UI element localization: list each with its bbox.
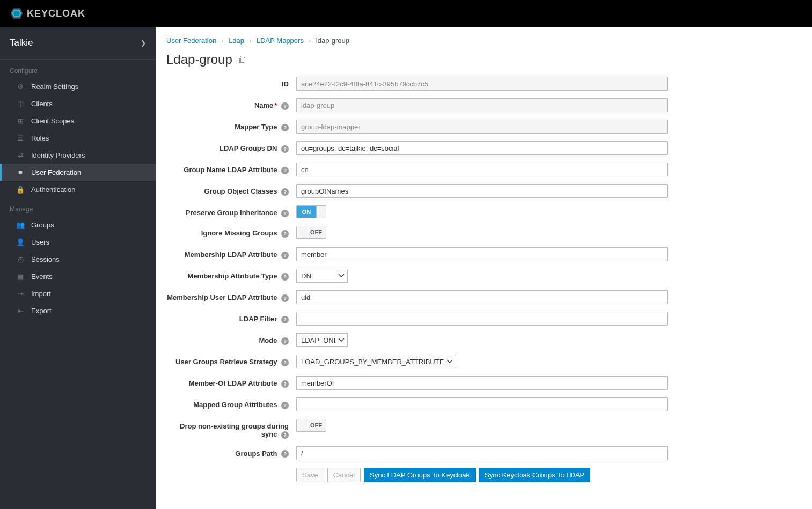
sidebar-item-label: User Federation: [31, 168, 81, 176]
cube-icon: ◫: [16, 99, 25, 108]
chevron-right-icon: ›: [309, 38, 311, 44]
field-label-id: ID: [166, 77, 296, 88]
help-icon[interactable]: ?: [281, 294, 289, 302]
scope-icon: ⊞: [16, 116, 25, 125]
sidebar-item-events[interactable]: ▦Events: [0, 268, 156, 285]
sidebar-item-clients[interactable]: ◫Clients: [0, 95, 156, 112]
ignore-missing-toggle[interactable]: ON OFF: [296, 226, 326, 239]
field-label-group-obj-classes: Group Object Classes ?: [166, 184, 296, 196]
field-label-preserve-inherit: Preserve Group Inheritance ?: [166, 205, 296, 217]
sidebar-item-users[interactable]: 👤Users: [0, 233, 156, 250]
mapped-attrs-input[interactable]: [296, 397, 668, 411]
brand-logo[interactable]: KEYCLOAK: [10, 6, 85, 20]
help-icon[interactable]: ?: [281, 402, 289, 409]
help-icon[interactable]: ?: [281, 230, 289, 238]
sidebar-item-label: Sessions: [31, 255, 60, 263]
group-name-attr-input[interactable]: [296, 163, 668, 176]
toggle-off-label: OFF: [306, 226, 326, 238]
help-icon[interactable]: ?: [281, 337, 289, 345]
field-label-mapper-type: Mapper Type ?: [166, 120, 296, 131]
sidebar-item-authentication[interactable]: 🔒Authentication: [0, 181, 156, 198]
field-label-membership-type: Membership Attribute Type ?: [166, 269, 296, 281]
breadcrumb-link[interactable]: User Federation: [166, 36, 216, 45]
group-obj-classes-input[interactable]: [296, 184, 668, 198]
trash-icon[interactable]: 🗑: [238, 55, 246, 64]
keycloak-icon: [10, 6, 24, 20]
sidebar-item-identity-providers[interactable]: ⇄Identity Providers: [0, 146, 156, 164]
help-icon[interactable]: ?: [281, 124, 289, 131]
toggle-knob: [297, 419, 306, 431]
sidebar-item-user-federation[interactable]: ≡User Federation: [0, 164, 156, 181]
clock-icon: ◷: [16, 255, 25, 263]
users-icon: 👥: [16, 220, 25, 229]
help-icon[interactable]: ?: [281, 316, 289, 323]
chevron-down-icon: ❯: [141, 39, 146, 47]
sync-to-keycloak-button[interactable]: Sync LDAP Groups To Keycloak: [364, 468, 476, 482]
drop-nonexist-toggle[interactable]: ON OFF: [296, 419, 326, 432]
sidebar-item-label: Clients: [31, 100, 53, 108]
sidebar-item-import[interactable]: ⇥Import: [0, 285, 156, 302]
field-label-name: Name* ?: [166, 98, 296, 110]
brand-text: KEYCLOAK: [27, 8, 85, 19]
breadcrumb-link[interactable]: Ldap: [229, 36, 244, 45]
help-icon[interactable]: ?: [281, 188, 289, 196]
breadcrumb-link[interactable]: LDAP Mappers: [257, 36, 304, 45]
help-icon[interactable]: ?: [281, 380, 289, 388]
help-icon[interactable]: ?: [281, 210, 289, 217]
calendar-icon: ▦: [16, 272, 25, 281]
membership-user-attr-input[interactable]: [296, 290, 668, 304]
sidebar-item-client-scopes[interactable]: ⊞Client Scopes: [0, 112, 156, 129]
preserve-inherit-toggle[interactable]: ON OFF: [296, 205, 326, 218]
name-input: [296, 98, 668, 112]
help-icon[interactable]: ?: [281, 431, 289, 439]
mapper-type-input: [296, 120, 668, 134]
help-icon[interactable]: ?: [281, 252, 289, 259]
save-button[interactable]: Save: [296, 468, 324, 482]
help-icon[interactable]: ?: [281, 359, 289, 366]
memberof-attr-input[interactable]: [296, 376, 668, 390]
sidebar-item-realm-settings[interactable]: ⚙Realm Settings: [0, 78, 156, 95]
sidebar-item-roles[interactable]: ☰Roles: [0, 129, 156, 146]
main-content: User Federation › Ldap › LDAP Mappers › …: [156, 27, 812, 509]
toggle-on-label: ON: [297, 206, 316, 218]
field-label-mapped-attrs: Mapped Group Attributes ?: [166, 397, 296, 409]
membership-type-select[interactable]: DN: [296, 269, 348, 283]
topbar: KEYCLOAK: [0, 0, 812, 27]
mode-select[interactable]: LDAP_ONLY: [296, 333, 348, 347]
list-icon: ☰: [16, 134, 25, 142]
realm-name: Talkie: [10, 38, 33, 48]
field-label-mode: Mode ?: [166, 333, 296, 345]
sidebar: Talkie ❯ Configure ⚙Realm Settings ◫Clie…: [0, 27, 156, 509]
field-label-drop-nonexist: Drop non-existing groups during sync ?: [166, 419, 296, 439]
field-label-retrieve-strategy: User Groups Retrieve Strategy ?: [166, 355, 296, 366]
sidebar-item-groups[interactable]: 👥Groups: [0, 216, 156, 233]
sidebar-item-sessions[interactable]: ◷Sessions: [0, 250, 156, 268]
field-label-membership-user-attr: Membership User LDAP Attribute ?: [166, 290, 296, 302]
retrieve-strategy-select[interactable]: LOAD_GROUPS_BY_MEMBER_ATTRIBUTE: [296, 355, 456, 368]
field-label-membership-attr: Membership LDAP Attribute ?: [166, 247, 296, 259]
help-icon[interactable]: ?: [281, 167, 289, 174]
database-icon: ≡: [16, 168, 25, 176]
toggle-knob: [316, 206, 326, 218]
membership-attr-input[interactable]: [296, 247, 668, 261]
ldap-filter-input[interactable]: [296, 312, 668, 326]
cancel-button[interactable]: Cancel: [327, 468, 361, 482]
chevron-right-icon: ›: [222, 38, 224, 44]
sidebar-item-label: Realm Settings: [31, 83, 78, 91]
sidebar-item-label: Roles: [31, 134, 49, 142]
ldap-groups-dn-input[interactable]: [296, 141, 668, 155]
help-icon[interactable]: ?: [281, 102, 289, 110]
field-label-group-name-attr: Group Name LDAP Attribute ?: [166, 163, 296, 174]
sidebar-item-label: Authentication: [31, 186, 75, 194]
help-icon[interactable]: ?: [281, 450, 289, 458]
help-icon[interactable]: ?: [281, 145, 289, 153]
sidebar-section-configure: Configure: [0, 60, 156, 78]
sidebar-item-label: Client Scopes: [31, 117, 74, 125]
realm-selector[interactable]: Talkie ❯: [0, 27, 156, 60]
sidebar-item-label: Events: [31, 272, 53, 281]
groups-path-input[interactable]: [296, 446, 668, 460]
help-icon[interactable]: ?: [281, 273, 289, 281]
sidebar-item-label: Groups: [31, 221, 54, 229]
sync-to-ldap-button[interactable]: Sync Keycloak Groups To LDAP: [479, 468, 590, 482]
sidebar-item-export[interactable]: ⇤Export: [0, 302, 156, 319]
